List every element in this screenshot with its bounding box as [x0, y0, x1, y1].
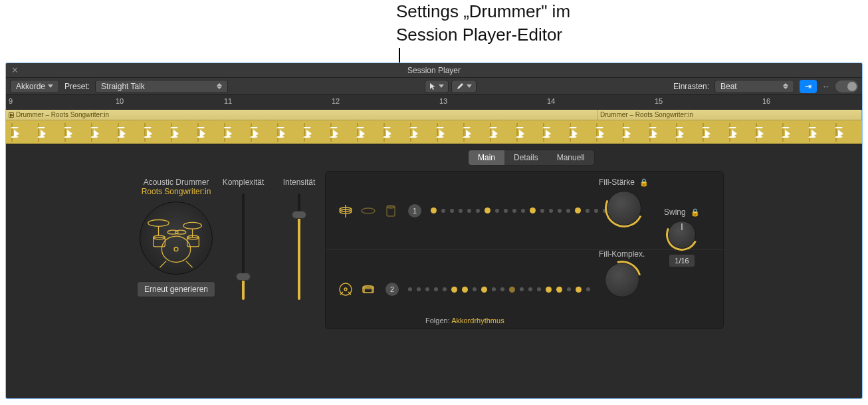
- intensity-slider[interactable]: Intensität: [276, 178, 322, 300]
- ruler-tick: 15: [655, 97, 663, 105]
- svg-line-10: [160, 261, 166, 267]
- step-dot[interactable]: [473, 287, 477, 291]
- step-dot[interactable]: [556, 287, 562, 293]
- step-dot[interactable]: [450, 209, 454, 213]
- tom-icon[interactable]: [383, 203, 399, 219]
- region-waveform[interactable]: // drawn after data load below: [6, 120, 862, 144]
- fill-amount-knob[interactable]: [607, 191, 641, 225]
- step-dot[interactable]: [586, 209, 590, 213]
- snap-select[interactable]: Beat: [714, 80, 794, 93]
- drumkit-image[interactable]: [140, 202, 213, 275]
- link-icon[interactable]: ↔: [822, 82, 830, 91]
- step-dot[interactable]: [495, 209, 499, 213]
- svg-point-5: [174, 247, 178, 251]
- step-dot[interactable]: [530, 207, 536, 213]
- step-dot[interactable]: [492, 287, 496, 291]
- tab-main-label: Main: [478, 153, 495, 162]
- step-dot[interactable]: [434, 287, 438, 291]
- step-dot[interactable]: [537, 287, 541, 291]
- step-dot[interactable]: [476, 209, 480, 213]
- link-toggle[interactable]: [835, 80, 858, 92]
- pattern-variation-badge[interactable]: 2: [385, 283, 399, 296]
- step-dot[interactable]: [566, 209, 570, 213]
- step-dot[interactable]: [594, 209, 598, 213]
- swing-label: Swing: [664, 207, 686, 217]
- regenerate-label: Erneut generieren: [144, 285, 208, 294]
- step-dot[interactable]: [467, 209, 471, 213]
- close-icon[interactable]: ✕: [10, 66, 19, 75]
- drummer-column: Acoustic Drummer Roots Songwriter:in: [136, 178, 216, 297]
- ruler-tick: 9: [9, 97, 13, 105]
- step-dot[interactable]: [443, 287, 447, 291]
- lock-icon[interactable]: 🔒: [639, 178, 649, 187]
- lock-icon[interactable]: 🔒: [691, 208, 700, 217]
- step-dot[interactable]: [546, 287, 552, 293]
- drumkit-icon: [140, 202, 212, 274]
- preset-select[interactable]: Straight Talk: [95, 80, 228, 93]
- fill-complex-label: Fill-Komplex.: [599, 249, 645, 259]
- slider-thumb[interactable]: [292, 211, 306, 219]
- step-dot[interactable]: [528, 287, 532, 291]
- step-dot[interactable]: [576, 287, 582, 293]
- step-dot[interactable]: [558, 209, 562, 213]
- step-dot[interactable]: [431, 207, 437, 213]
- svg-point-21: [344, 288, 347, 291]
- catch-icon: ⇥: [805, 82, 812, 91]
- step-dot[interactable]: [549, 209, 553, 213]
- chords-button[interactable]: Akkorde: [10, 80, 59, 93]
- region-header[interactable]: ▶ Drummer – Roots Songwriter:in Drummer …: [6, 110, 862, 120]
- step-dot[interactable]: [520, 287, 524, 291]
- tool-picker: [425, 80, 477, 93]
- steps-row[interactable]: [408, 287, 590, 293]
- fill-complex-knob[interactable]: [605, 263, 639, 297]
- tab-main[interactable]: Main: [469, 150, 504, 165]
- preset-label: Preset:: [64, 82, 90, 91]
- step-dot[interactable]: [500, 287, 504, 291]
- step-dot[interactable]: [417, 287, 421, 291]
- tab-manual[interactable]: Manuell: [548, 150, 594, 165]
- step-dot[interactable]: [521, 209, 525, 213]
- region-play-icon[interactable]: ▶: [9, 112, 14, 118]
- regenerate-button[interactable]: Erneut generieren: [137, 281, 215, 297]
- step-dot[interactable]: [509, 287, 515, 293]
- step-dot[interactable]: [540, 209, 544, 213]
- step-dot[interactable]: [586, 287, 590, 291]
- pointer-tool-button[interactable]: [425, 80, 449, 93]
- chevron-down-icon: [439, 84, 444, 88]
- intensity-track[interactable]: [298, 194, 300, 300]
- step-dot[interactable]: [485, 207, 490, 213]
- step-dot[interactable]: [567, 287, 571, 291]
- steps-row[interactable]: [431, 207, 607, 213]
- step-dot[interactable]: [481, 287, 487, 293]
- step-dot[interactable]: [425, 287, 429, 291]
- step-dot[interactable]: [441, 209, 445, 213]
- step-dot[interactable]: [451, 287, 457, 293]
- kick-icon[interactable]: [338, 281, 354, 297]
- ride-icon[interactable]: [360, 203, 376, 219]
- step-dot[interactable]: [459, 209, 463, 213]
- tab-details[interactable]: Details: [504, 150, 548, 165]
- step-dot[interactable]: [462, 287, 468, 293]
- stepper-icon: [217, 83, 222, 89]
- annotation-text: Settings „Drummer" im Session Player-Edi…: [396, 0, 570, 47]
- stepper-icon: [783, 83, 788, 89]
- hihat-icon[interactable]: [338, 203, 354, 219]
- complexity-track[interactable]: [242, 194, 245, 300]
- slider-thumb[interactable]: [236, 273, 251, 281]
- step-dot[interactable]: [408, 287, 412, 291]
- complexity-slider[interactable]: Komplexität: [220, 178, 267, 300]
- pencil-tool-button[interactable]: [451, 80, 477, 93]
- follow-label-row[interactable]: Folgen: Akkordrhythmus: [425, 317, 504, 325]
- swing-knob[interactable]: [668, 221, 696, 249]
- step-dot[interactable]: [512, 209, 516, 213]
- step-dot[interactable]: [575, 207, 581, 213]
- snare-icon[interactable]: [360, 281, 376, 297]
- catch-playhead-button[interactable]: ⇥: [800, 80, 817, 93]
- timeline-ruler[interactable]: 9 10 11 12 13 14 15 16: [6, 95, 862, 110]
- drummer-style[interactable]: Roots Songwriter:in: [136, 187, 216, 196]
- pattern-variation-badge[interactable]: 1: [408, 204, 421, 217]
- snap-value: Beat: [720, 82, 737, 91]
- drummer-category: Acoustic Drummer: [136, 178, 216, 187]
- step-dot[interactable]: [504, 209, 508, 213]
- swing-value-button[interactable]: 1/16: [669, 254, 695, 267]
